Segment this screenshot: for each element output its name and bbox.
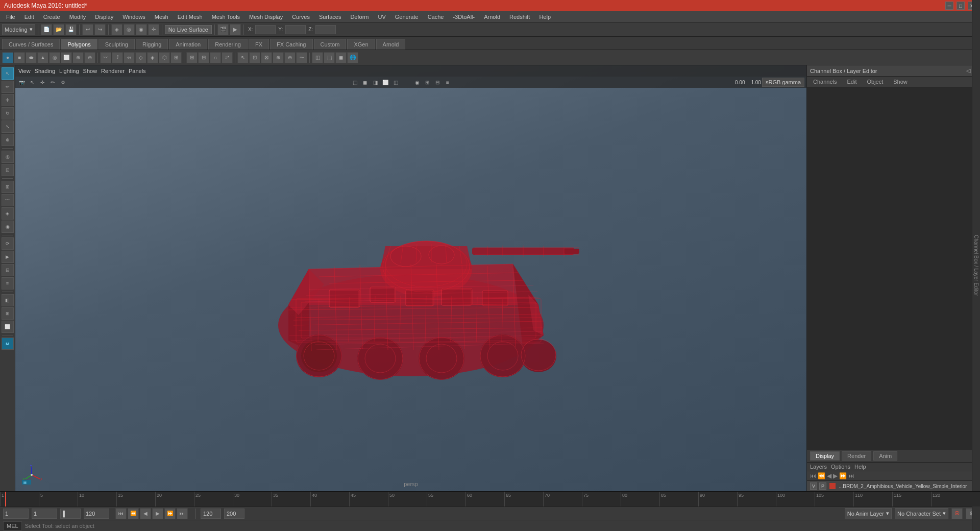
timeline-ruler[interactable]: 1510152025303540455055606570758085909510… [0, 492, 980, 506]
show-manip-button[interactable]: ⊡ [2, 164, 14, 176]
wireframe-icon[interactable]: ⬚ [324, 52, 335, 63]
timeline-tick[interactable]: 105 [815, 492, 824, 506]
window-controls[interactable]: ─ □ ✕ [945, 2, 976, 10]
edge-loop-icon[interactable]: ⊠ [261, 52, 272, 63]
menu-edit-mesh[interactable]: Edit Mesh [174, 13, 207, 21]
layer-item[interactable]: V P ...BRDM_2_Amphibious_Vehicle_Yellow_… [807, 481, 980, 491]
help-label[interactable]: Help [854, 464, 866, 470]
smooth-icon[interactable]: 〰 [100, 52, 111, 63]
menu-redshift[interactable]: Redshift [505, 13, 534, 21]
undo-button[interactable]: ↩ [82, 24, 93, 35]
layer-render-toggle[interactable]: P [819, 482, 826, 490]
channels-tab[interactable]: Channels [809, 78, 841, 86]
layer-visibility-toggle[interactable]: V [810, 482, 817, 490]
edge-ring-icon[interactable]: ⊡ [249, 52, 260, 63]
grid-button[interactable]: ⊞ [2, 307, 14, 320]
viewport[interactable]: View Shading Lighting Show Renderer Pane… [15, 65, 806, 491]
menu-mesh-tools[interactable]: Mesh Tools [208, 13, 244, 21]
timeline-tick[interactable]: 25 [194, 492, 201, 506]
timeline-tick[interactable]: 1 [0, 492, 4, 506]
expand-icon[interactable]: ◁ [966, 67, 970, 74]
vp-paint-btn[interactable]: ✏ [48, 78, 57, 87]
universal-manip-button[interactable]: ⊕ [2, 134, 14, 146]
select-shortest-icon[interactable]: ⤳ [296, 52, 307, 63]
character-set-dropdown[interactable]: No Character Set ▾ [895, 508, 948, 519]
timeline-tick[interactable]: 90 [698, 492, 705, 506]
timeline-tick[interactable]: 50 [388, 492, 395, 506]
tab-rigging[interactable]: Rigging [136, 39, 168, 50]
tab-fx[interactable]: FX [249, 39, 269, 50]
tab-arnold[interactable]: Arnold [376, 39, 406, 50]
timeline-tick[interactable]: 30 [233, 492, 239, 506]
shaded-icon[interactable]: ◼ [335, 52, 347, 63]
bounding-box-btn[interactable]: ⬜ [381, 78, 390, 87]
pipe-icon[interactable]: ⊖ [84, 52, 95, 63]
prev-frame-button[interactable]: ⏪ [128, 508, 139, 519]
maximize-button[interactable]: □ [957, 2, 965, 10]
mirror-icon[interactable]: ⇌ [222, 52, 233, 63]
timeline-tick[interactable]: 95 [737, 492, 744, 506]
menu-create[interactable]: Create [39, 13, 64, 21]
menu-windows[interactable]: Windows [118, 13, 150, 21]
timeline-playhead[interactable] [5, 492, 6, 506]
options-label[interactable]: Options [831, 464, 850, 470]
rotate-tool-button[interactable]: ↻ [2, 107, 14, 119]
timeline-tick[interactable]: 20 [155, 492, 162, 506]
show-tab[interactable]: Show [889, 78, 912, 86]
layer-skip-start-btn[interactable]: ⏮ [810, 472, 816, 479]
auto-key-button[interactable]: ⦿ [951, 508, 963, 519]
display-settings-button[interactable]: ◧ [2, 294, 14, 306]
layer-next-btn[interactable]: ⏩ [839, 472, 847, 479]
shade-light-btn[interactable]: ◨ [371, 78, 380, 87]
skip-to-start-button[interactable]: ⏮ [115, 508, 127, 519]
disk-icon[interactable]: ⊕ [72, 52, 84, 63]
timeline[interactable]: 1510152025303540455055606570758085909510… [0, 491, 980, 506]
layer-skip-end-btn[interactable]: ⏭ [848, 472, 854, 479]
menu-edit[interactable]: Edit [20, 13, 38, 21]
panels-menu[interactable]: Panels [129, 68, 146, 74]
plane-icon[interactable]: ⬜ [61, 52, 72, 63]
menu-display[interactable]: Display [91, 13, 117, 21]
lasso-button[interactable]: ◎ [124, 24, 135, 35]
snap-surface-button[interactable]: ◈ [2, 207, 14, 220]
mode-dropdown[interactable]: Modeling ▾ [2, 24, 35, 35]
next-frame-button[interactable]: ⏩ [164, 508, 176, 519]
menu-mesh[interactable]: Mesh [151, 13, 173, 21]
maya-logo-button[interactable]: M [2, 337, 14, 350]
timeline-tick[interactable]: 5 [39, 492, 43, 506]
layer-fwd-btn[interactable]: ▶ [833, 472, 838, 479]
render-tab[interactable]: Render [842, 451, 871, 461]
menu-generate[interactable]: Generate [391, 13, 423, 21]
xray-icon[interactable]: ◫ [312, 52, 323, 63]
timeline-tick[interactable]: 65 [504, 492, 511, 506]
menu-uv[interactable]: UV [374, 13, 389, 21]
menu-cache[interactable]: Cache [424, 13, 448, 21]
shrink-select-icon[interactable]: ⊖ [284, 52, 296, 63]
cylinder-icon[interactable]: ⬬ [26, 52, 37, 63]
quad-draw-icon[interactable]: ⊞ [170, 52, 182, 63]
save-button[interactable]: 💾 [65, 24, 77, 35]
anim-tab[interactable]: Anim [873, 451, 897, 461]
timeline-tick[interactable]: 60 [465, 492, 472, 506]
wireframe-btn[interactable]: ⬚ [350, 78, 359, 87]
timeline-tick[interactable]: 35 [272, 492, 278, 506]
timeline-tick[interactable]: 120 [931, 492, 940, 506]
uv-icon[interactable]: 🌐 [347, 52, 358, 63]
edit-tab[interactable]: Edit [843, 78, 861, 86]
torus-icon[interactable]: ◎ [49, 52, 60, 63]
tab-curves-surfaces[interactable]: Curves / Surfaces [2, 39, 60, 50]
snap-grid-button[interactable]: ⊞ [2, 181, 14, 193]
view-menu[interactable]: View [18, 68, 31, 74]
menu-modify[interactable]: Modify [65, 13, 90, 21]
grow-select-icon[interactable]: ⊕ [273, 52, 284, 63]
layer-color-swatch[interactable] [829, 483, 836, 489]
hud-btn[interactable]: ≡ [443, 78, 452, 87]
menu-mesh-display[interactable]: Mesh Display [245, 13, 287, 21]
history-button[interactable]: ⟳ [2, 237, 14, 250]
shading-menu[interactable]: Shading [35, 68, 55, 74]
menu-3dto-all[interactable]: -3DtoAll- [449, 13, 479, 21]
sphere-icon[interactable]: ● [2, 52, 13, 63]
timeline-tick[interactable]: 45 [349, 492, 356, 506]
new-file-button[interactable]: 📄 [41, 24, 52, 35]
renderer-menu[interactable]: Renderer [101, 68, 125, 74]
